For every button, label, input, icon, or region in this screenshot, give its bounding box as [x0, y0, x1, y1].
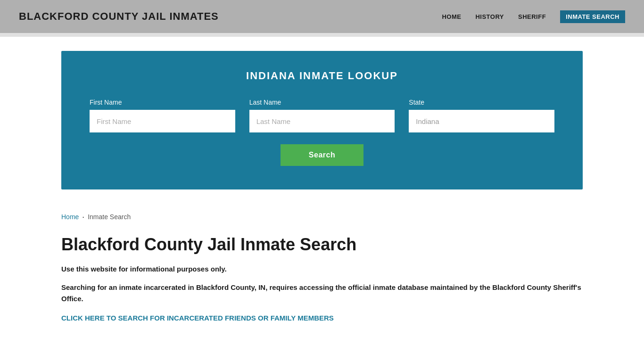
first-name-group: First Name	[90, 99, 235, 132]
state-input[interactable]	[409, 110, 554, 132]
main-content: Blackford County Jail Inmate Search Use …	[0, 225, 644, 341]
search-button[interactable]: Search	[281, 144, 363, 166]
breadcrumb-section: Home • Inmate Search	[0, 204, 644, 225]
nav-inmate-search[interactable]: INMATE SEARCH	[560, 10, 625, 23]
first-name-label: First Name	[90, 99, 235, 106]
breadcrumb: Home • Inmate Search	[61, 213, 583, 221]
breadcrumb-home-link[interactable]: Home	[61, 213, 79, 221]
info-text-1: Use this website for informational purpo…	[61, 264, 583, 275]
last-name-input[interactable]	[249, 110, 395, 132]
state-label: State	[409, 99, 554, 106]
last-name-label: Last Name	[249, 99, 395, 106]
breadcrumb-current: Inmate Search	[88, 213, 131, 221]
click-here-link[interactable]: CLICK HERE to Search for Incarcerated Fr…	[61, 314, 334, 322]
site-header: BLACKFORD COUNTY JAIL INMATES HOME HISTO…	[0, 0, 644, 33]
info-text-2: Searching for an inmate incarcerated in …	[61, 282, 583, 304]
last-name-group: Last Name	[249, 99, 395, 132]
nav-history[interactable]: HISTORY	[475, 13, 504, 20]
search-section: INDIANA INMATE LOOKUP First Name Last Na…	[61, 51, 583, 189]
form-row: First Name Last Name State	[90, 99, 554, 132]
lookup-title: INDIANA INMATE LOOKUP	[90, 70, 554, 82]
first-name-input[interactable]	[90, 110, 235, 132]
page-title: Blackford County Jail Inmate Search	[61, 235, 583, 255]
nav-home[interactable]: HOME	[442, 13, 461, 20]
nav-sheriff[interactable]: SHERIFF	[518, 13, 546, 20]
sub-header-line	[0, 33, 644, 37]
breadcrumb-separator: •	[83, 215, 84, 219]
main-nav: HOME HISTORY SHERIFF INMATE SEARCH	[442, 10, 625, 23]
search-button-row: Search	[90, 144, 554, 166]
site-title: BLACKFORD COUNTY JAIL INMATES	[19, 10, 219, 23]
state-group: State	[409, 99, 554, 132]
